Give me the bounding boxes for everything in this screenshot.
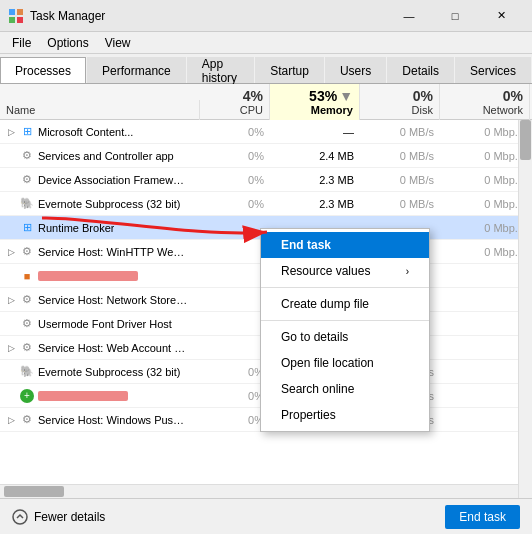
close-button[interactable]: ✕ — [478, 0, 524, 32]
cpu-val: 0% — [200, 172, 270, 188]
maximize-button[interactable]: □ — [432, 0, 478, 32]
horizontal-scrollbar[interactable] — [0, 484, 518, 498]
service-icon: ⚙ — [20, 341, 34, 355]
expand-icon[interactable] — [6, 151, 16, 161]
tab-processes[interactable]: Processes — [0, 57, 86, 83]
expand-icon[interactable] — [6, 223, 16, 233]
ctx-properties[interactable]: Properties — [261, 402, 429, 428]
ctx-go-to-details[interactable]: Go to details — [261, 324, 429, 350]
scrollbar-h-thumb[interactable] — [4, 486, 64, 497]
tab-startup[interactable]: Startup — [255, 57, 324, 83]
menu-view[interactable]: View — [97, 34, 139, 52]
ctx-search-online[interactable]: Search online — [261, 376, 429, 402]
expand-icon[interactable]: ▷ — [6, 247, 16, 257]
net-val: 0 Mbp... — [440, 172, 530, 188]
tab-details[interactable]: Details — [387, 57, 454, 83]
net-val — [440, 322, 530, 326]
ctx-resource-values[interactable]: Resource values › — [261, 258, 429, 284]
expand-icon[interactable]: ▷ — [6, 127, 16, 137]
redacted-icon: ■ — [20, 269, 34, 283]
minimize-button[interactable]: — — [386, 0, 432, 32]
table-row[interactable]: ⚙ Services and Controller app 0% 2.4 MB … — [0, 144, 532, 168]
ctx-create-dump[interactable]: Create dump file — [261, 291, 429, 317]
ctx-end-task[interactable]: End task — [261, 232, 429, 258]
column-headers: Name 4% CPU 53%▼ Memory 0% Disk 0% Netwo… — [0, 84, 532, 120]
col-network[interactable]: 0% Network — [440, 84, 530, 120]
evernote-icon: 🐘 — [20, 197, 34, 211]
tab-app-history[interactable]: App history — [187, 57, 255, 83]
net-val: 0 Mbp... — [440, 244, 530, 260]
menu-bar: File Options View — [0, 32, 532, 54]
fewer-details-button[interactable]: Fewer details — [12, 509, 105, 525]
process-name: ▷ ⚙ Service Host: Network Store Int... — [0, 291, 200, 309]
title-bar: Task Manager — □ ✕ — [0, 0, 532, 32]
svg-rect-3 — [17, 17, 23, 23]
table-row[interactable]: ⚙ Device Association Framework ... 0% 2.… — [0, 168, 532, 192]
submenu-arrow: › — [406, 266, 409, 277]
expand-icon[interactable]: ▷ — [6, 415, 16, 425]
net-val — [440, 274, 530, 278]
service-icon: ⚙ — [20, 293, 34, 307]
net-val: 0 Mbp... — [440, 124, 530, 140]
end-task-button[interactable]: End task — [445, 505, 520, 529]
plus-icon: + — [20, 389, 34, 403]
disk-val: 0 MB/s — [360, 148, 440, 164]
chevron-up-icon — [12, 509, 28, 525]
col-disk[interactable]: 0% Disk — [360, 84, 440, 120]
expand-icon[interactable]: ▷ — [6, 295, 16, 305]
process-name: ⚙ Usermode Font Driver Host — [0, 315, 200, 333]
redacted-name — [38, 391, 128, 401]
process-name: ▷ ⊞ Microsoft Content... — [0, 123, 200, 141]
net-val — [440, 418, 530, 422]
service-icon: ⚙ — [20, 413, 34, 427]
ctx-separator — [261, 287, 429, 288]
cpu-val: 0% — [200, 196, 270, 212]
cpu-val: 0% — [200, 124, 270, 140]
scrollbar-thumb[interactable] — [520, 120, 531, 160]
service-icon: ⚙ — [20, 173, 34, 187]
table-row[interactable]: ▷ ⊞ Microsoft Content... 0% — 0 MB/s 0 M… — [0, 120, 532, 144]
process-name: ▷ ⚙ Service Host: Web Account Ma... — [0, 339, 200, 357]
disk-val: 0 MB/s — [360, 124, 440, 140]
col-cpu[interactable]: 4% CPU — [200, 84, 270, 120]
process-name: ▷ ⚙ Service Host: Windows Push No... — [0, 411, 200, 429]
context-menu: End task Resource values › Create dump f… — [260, 228, 430, 432]
svg-rect-2 — [9, 17, 15, 23]
window-controls: — □ ✕ — [386, 0, 524, 32]
expand-icon[interactable] — [6, 271, 16, 281]
mem-val: 2.3 MB — [270, 196, 360, 212]
expand-icon[interactable] — [6, 367, 16, 377]
service-icon: ⚙ — [20, 245, 34, 259]
evernote-icon: 🐘 — [20, 365, 34, 379]
net-val — [440, 370, 530, 374]
expand-icon[interactable] — [6, 199, 16, 209]
svg-point-5 — [13, 510, 27, 524]
tab-services[interactable]: Services — [455, 57, 531, 83]
col-memory[interactable]: 53%▼ Memory — [270, 84, 360, 120]
mem-val: — — [270, 124, 360, 140]
col-name[interactable]: Name — [0, 100, 200, 120]
tab-performance[interactable]: Performance — [87, 57, 186, 83]
net-val — [440, 394, 530, 398]
svg-rect-0 — [9, 9, 15, 15]
ctx-open-file-location[interactable]: Open file location — [261, 350, 429, 376]
expand-icon[interactable]: ▷ — [6, 343, 16, 353]
expand-icon[interactable] — [6, 175, 16, 185]
mem-val: 2.3 MB — [270, 172, 360, 188]
tab-users[interactable]: Users — [325, 57, 386, 83]
vertical-scrollbar[interactable] — [518, 120, 532, 498]
net-val — [440, 298, 530, 302]
expand-icon[interactable] — [6, 319, 16, 329]
service-icon: ⚙ — [20, 149, 34, 163]
process-name: 🐘 Evernote Subprocess (32 bit) — [0, 195, 200, 213]
bottom-bar: Fewer details End task — [0, 498, 532, 534]
tab-bar: Processes Performance App history Startu… — [0, 54, 532, 84]
expand-icon[interactable] — [6, 391, 16, 401]
runtime-icon: ⊞ — [20, 221, 34, 235]
process-name: ⚙ Device Association Framework ... — [0, 171, 200, 189]
menu-file[interactable]: File — [4, 34, 39, 52]
app-icon — [8, 8, 24, 24]
table-row[interactable]: 🐘 Evernote Subprocess (32 bit) 0% 2.3 MB… — [0, 192, 532, 216]
menu-options[interactable]: Options — [39, 34, 96, 52]
process-name: ⊞ Runtime Broker — [0, 219, 200, 237]
